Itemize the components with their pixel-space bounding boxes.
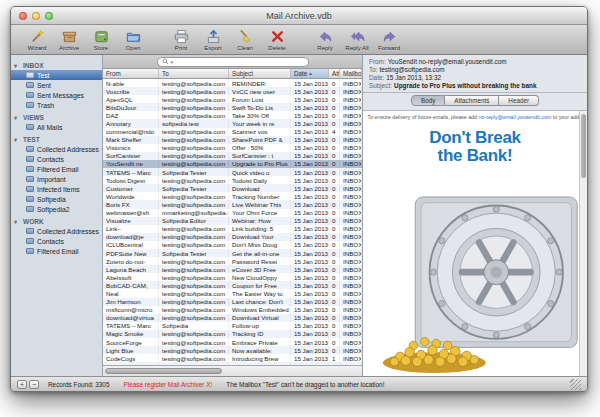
sidebar-item-filtered-email[interactable]: Filtered Email (11, 164, 102, 174)
table-row[interactable]: SourceForgetesting@softpedia.comEmbrace … (103, 338, 362, 346)
table-row[interactable]: Jim Harrisontesting@softpedia.comLast ch… (103, 298, 362, 306)
sidebar-item-trash[interactable]: Trash (11, 100, 102, 110)
sidebar-item-contacts[interactable]: Contacts (11, 236, 102, 246)
table-row[interactable]: ICLUBcentraltesting@softpedia.comDon't M… (103, 241, 362, 249)
table-row[interactable]: commercial@ndotesting@softpedia.comScann… (103, 128, 362, 136)
tab-body[interactable]: Body (411, 95, 445, 106)
table-row[interactable]: YouSendIt netesting@softpedia.comUpgrade… (103, 160, 362, 168)
table-row[interactable]: TATEMS – MarcSoftpedia TesterQuick video… (103, 168, 362, 176)
cell-subject: Get the all-in-one (229, 249, 291, 257)
sidebar-item-softpedia2[interactable]: Softpedia2 (11, 204, 102, 214)
table-row[interactable]: BobCAD-CAM,testing@softpedia.comCoupon f… (103, 281, 362, 289)
sidebar-item-all-mails[interactable]: All Mails (11, 122, 102, 132)
table-row[interactable]: BitsDuJourtesting@softpedia.comSwift To-… (103, 103, 362, 111)
sender-email-link[interactable]: no-reply@email.yousendit.com (479, 114, 552, 120)
sidebar-section-views[interactable]: ▾VIEWS (11, 112, 102, 122)
sidebar-section-inbox[interactable]: ▾INBOX (11, 60, 102, 70)
search-field[interactable]: ▾ (157, 57, 309, 67)
disclosure-triangle-icon[interactable]: ▾ (14, 136, 20, 143)
disclosure-triangle-icon[interactable]: ▾ (14, 62, 20, 69)
store-button[interactable]: Store (87, 28, 115, 51)
column-header-subject[interactable]: Subject (229, 69, 291, 78)
table-row[interactable]: Todoist Digesttesting@softpedia.comTodoi… (103, 176, 362, 184)
table-row[interactable]: Boris FXtesting@softpedia.comLive Webina… (103, 200, 362, 208)
cell-to: testing@softpedia.com (159, 289, 229, 297)
sidebar-item-collected-addresses[interactable]: Collected Addresses (11, 226, 102, 236)
sidebar-section-test[interactable]: ▾TEST (11, 134, 102, 144)
forward-button[interactable]: Forward (375, 28, 403, 51)
table-row[interactable]: Laguna Beachtesting@softpedia.comeCover … (103, 265, 362, 273)
table-row[interactable]: Visionicstesting@softpedia.comOffer : 50… (103, 144, 362, 152)
table-row[interactable]: download@jetesting@softpedia.comDownload… (103, 233, 362, 241)
table-row[interactable]: Light Bluetesting@softpedia.comNow avail… (103, 346, 362, 354)
column-header-to[interactable]: To (159, 69, 229, 78)
tab-header[interactable]: Header (499, 95, 539, 106)
sidebar-item-sent-messages[interactable]: Sent Messages (11, 90, 102, 100)
table-row[interactable]: Link–testing@softpedia.comLink building:… (103, 225, 362, 233)
table-row[interactable]: CustomerSoftpedia TesterDownload15 Jan 2… (103, 184, 362, 192)
table-row[interactable]: N-abletesting@softpedia.comREMINDER:15 J… (103, 79, 362, 87)
table-row[interactable]: webmaster@shmmarketing@softpedia.comYour… (103, 209, 362, 217)
table-row[interactable]: ApexSQLtesting@softpedia.comForum Lost15… (103, 95, 362, 103)
horizontal-scrollbar[interactable] (103, 365, 362, 376)
reply-button[interactable]: Reply (311, 28, 339, 51)
cell-mailbox: INBOX (340, 241, 362, 249)
table-row[interactable]: Abelssofttesting@softpedia.comNew CloudO… (103, 273, 362, 281)
table-row[interactable]: TATEMS – MarcSoftpediaFollow-up15 Jan 20… (103, 322, 362, 330)
print-button[interactable]: Print (167, 28, 195, 51)
table-row[interactable]: DAZtesting@softpedia.comTake 30% Off15 J… (103, 111, 362, 119)
close-button[interactable] (19, 12, 27, 20)
table-row[interactable]: msftconn@microtesting@softpedia.comWindo… (103, 306, 362, 314)
disclosure-triangle-icon[interactable]: ▾ (14, 218, 20, 225)
table-row[interactable]: download@virtuatesting@softpedia.comDown… (103, 314, 362, 322)
clean-button[interactable]: Clean (231, 28, 259, 51)
date-value: 15 Jan 2013, 13:32 (386, 74, 441, 82)
table-row[interactable]: Voxcribetesting@softpedia.comVxCC new us… (103, 87, 362, 95)
sidebar-item-test[interactable]: Test (11, 70, 102, 80)
table-row[interactable]: Mark Sheffertesting@softpedia.comSharePo… (103, 136, 362, 144)
archive-button[interactable]: Archive (55, 28, 83, 51)
open-button[interactable]: Open (119, 28, 147, 51)
table-row[interactable]: Zotero do-not-testing@softpedia.comPassw… (103, 257, 362, 265)
table-row[interactable]: Nealtesting@softpedia.comThe Easier Way … (103, 289, 362, 297)
sidebar-item-infected-items[interactable]: Infected Items (11, 184, 102, 194)
sidebar-item-collected-addresses[interactable]: Collected Addresses (11, 144, 102, 154)
export-button[interactable]: Export (199, 28, 227, 51)
search-scope-chevron-icon[interactable]: ▾ (171, 59, 174, 65)
sidebar-item-softpedia[interactable]: Softpedia (11, 194, 102, 204)
table-row[interactable]: Annotarysoftpedia testYour week in re15 … (103, 119, 362, 127)
sidebar-section-work[interactable]: ▾WORK (11, 216, 102, 226)
scrollbar-thumb[interactable] (105, 368, 222, 374)
table-row[interactable]: CodeCogstesting@softpedia.comIntroducing… (103, 354, 362, 362)
column-header-att[interactable]: Att (329, 69, 340, 78)
table-row[interactable]: SurfCanistertesting@softpedia.comSurfCan… (103, 152, 362, 160)
zoom-button[interactable] (45, 12, 53, 20)
table-row[interactable]: PDFSuite NewSoftpedia TesterGet the all-… (103, 249, 362, 257)
minimize-button[interactable] (32, 12, 40, 20)
column-header-date[interactable]: Date▲ (291, 69, 329, 78)
sidebar-item-filtered-email[interactable]: Filtered Email (11, 246, 102, 256)
tab-attachments[interactable]: Attachments (445, 95, 499, 106)
table-row[interactable]: VisualizeSoftpedia EditorWebinar: How15 … (103, 217, 362, 225)
titlebar[interactable]: Mail Archive.vdb (11, 7, 587, 25)
disclosure-triangle-icon[interactable]: ▾ (14, 114, 20, 121)
preview-scrollbar[interactable] (579, 111, 587, 376)
sidebar-item-contacts[interactable]: Contacts (11, 154, 102, 164)
sidebar-item-sent[interactable]: Sent (11, 80, 102, 90)
table-row[interactable]: Worldwidetesting@softpedia.comTracking N… (103, 192, 362, 200)
column-header-mailbox[interactable]: Mailbox (340, 69, 362, 78)
add-mailbox-button[interactable]: + (17, 380, 27, 389)
wizard-button[interactable]: Wizard (23, 28, 51, 51)
column-header-from[interactable]: From (103, 69, 159, 78)
cell-att: 0 (329, 176, 340, 184)
remove-mailbox-button[interactable]: − (29, 380, 39, 389)
column-header-label: Mailbox (343, 70, 362, 77)
resize-grip[interactable] (570, 379, 581, 390)
cell-from: Boris FX (103, 200, 159, 208)
table-row[interactable]: Magic Smoketesting@softpedia.comTracking… (103, 330, 362, 338)
sidebar-item-important[interactable]: Important (11, 174, 102, 184)
reply-all-button[interactable]: Reply All (343, 28, 371, 51)
search-input[interactable] (175, 58, 303, 66)
scrollbar-thumb[interactable] (581, 114, 586, 178)
delete-button[interactable]: Delete (263, 28, 291, 51)
